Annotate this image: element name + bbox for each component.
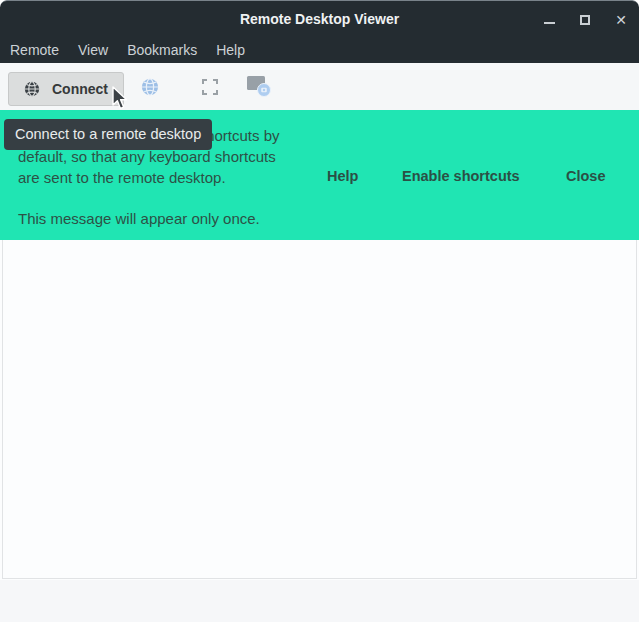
connect-tooltip: Connect to a remote desktop <box>4 119 212 150</box>
banner-message-line2: default, so that any keyboard shortcuts <box>18 148 276 165</box>
close-icon: ✕ <box>615 13 627 27</box>
take-screenshot-icon[interactable] <box>246 74 274 99</box>
banner-note: This message will appear only once. <box>18 210 260 227</box>
minimize-icon <box>544 22 555 24</box>
minimize-button[interactable] <box>542 13 556 27</box>
remote-desktop-viewer-window: Remote Desktop Viewer ✕ Remote View Book… <box>0 0 639 622</box>
menu-help[interactable]: Help <box>216 42 245 58</box>
maximize-icon <box>580 15 590 25</box>
fullscreen-icon[interactable] <box>201 78 219 96</box>
globe-disabled-icon[interactable] <box>141 78 159 96</box>
menu-bookmarks[interactable]: Bookmarks <box>127 42 197 58</box>
close-button[interactable]: ✕ <box>614 13 628 27</box>
remote-view-area <box>2 240 637 579</box>
menu-view[interactable]: View <box>78 42 108 58</box>
menubar: Remote View Bookmarks Help <box>0 37 639 63</box>
banner-help-button[interactable]: Help <box>327 168 358 184</box>
connect-button-label: Connect <box>52 81 108 97</box>
enable-shortcuts-button[interactable]: Enable shortcuts <box>402 168 520 184</box>
maximize-button[interactable] <box>578 13 592 27</box>
banner-message-line3: are sent to the remote desktop. <box>18 169 226 186</box>
statusbar <box>0 580 639 622</box>
banner-close-button[interactable]: Close <box>566 168 606 184</box>
toolbar: Connect <box>0 63 639 110</box>
window-controls: ✕ <box>542 1 639 38</box>
menu-remote[interactable]: Remote <box>10 42 59 58</box>
mouse-cursor-icon <box>111 86 131 112</box>
globe-icon <box>24 81 40 97</box>
titlebar: Remote Desktop Viewer ✕ <box>0 0 639 37</box>
connect-button[interactable]: Connect <box>8 72 124 106</box>
